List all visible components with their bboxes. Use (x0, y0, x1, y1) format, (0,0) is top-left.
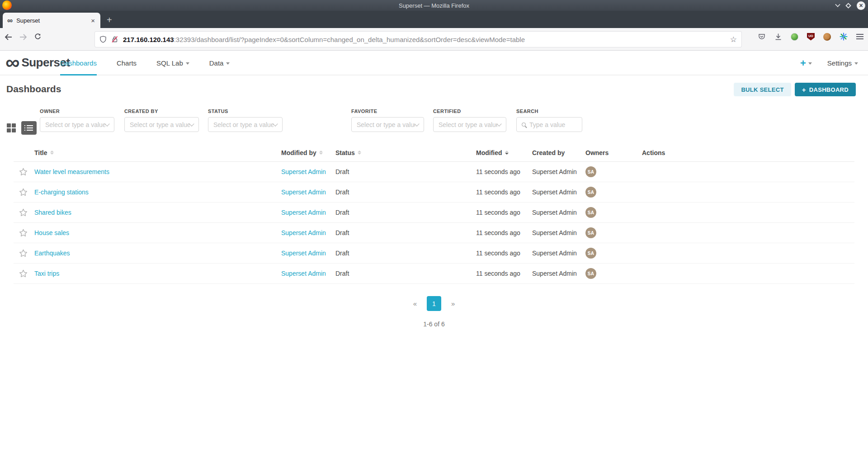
modified-cell: 11 seconds ago (476, 229, 532, 236)
filter-label-owner: OWNER (40, 108, 114, 114)
column-label: Modified (476, 149, 502, 156)
column-header-title[interactable]: Title (34, 149, 281, 156)
nav-item-sql-lab[interactable]: SQL Lab (156, 51, 189, 75)
owner-avatar[interactable]: SA (585, 187, 596, 198)
nav-label: Dashboards (60, 59, 97, 67)
plus-icon: + (802, 86, 806, 94)
asterisk-extension-icon[interactable] (840, 33, 848, 41)
chevron-down-icon (104, 121, 109, 126)
column-header-modified-by[interactable]: Modified by (281, 149, 335, 156)
prev-page-button[interactable]: « (413, 300, 417, 307)
table-row: Taxi trips Superset Admin Draft 11 secon… (14, 264, 854, 284)
column-header-actions: Actions (642, 149, 854, 156)
search-input[interactable] (529, 121, 577, 128)
bulk-select-button[interactable]: BULK SELECT (734, 83, 791, 96)
dashboard-title-link[interactable]: Taxi trips (34, 270, 59, 277)
owner-select[interactable]: Select or type a value (40, 117, 114, 132)
back-icon[interactable] (5, 34, 12, 40)
settings-menu[interactable]: Settings (827, 59, 858, 67)
browser-tab-superset[interactable]: ∞ Superset × (3, 13, 100, 28)
new-dashboard-label: DASHBOARD (809, 86, 849, 93)
nav-item-dashboards[interactable]: Dashboards (60, 51, 97, 75)
owner-avatar[interactable]: SA (585, 207, 596, 218)
owner-avatar[interactable]: SA (585, 227, 596, 238)
created-by-cell: Superset Admin (532, 229, 585, 236)
column-header-created-by: Created by (532, 149, 585, 156)
menu-hamburger-icon[interactable] (856, 34, 863, 39)
modified-by-link[interactable]: Superset Admin (281, 270, 326, 277)
window-minimize-icon[interactable] (835, 2, 840, 7)
select-placeholder: Select or type a value (45, 121, 105, 128)
window-close-icon[interactable]: × (857, 1, 865, 10)
created-by-select[interactable]: Select or type a value (124, 117, 199, 132)
new-item-menu[interactable]: + (800, 58, 812, 68)
reload-icon[interactable] (34, 33, 41, 40)
certified-select[interactable]: Select or type a value (433, 117, 506, 132)
column-header-modified[interactable]: Modified (476, 149, 532, 156)
list-view-icon[interactable] (21, 121, 37, 135)
current-page-button[interactable]: 1 (427, 296, 441, 311)
dashboard-title-link[interactable]: Water level measurements (34, 168, 109, 175)
status-cell: Draft (335, 209, 476, 216)
select-placeholder: Select or type a value (213, 121, 274, 128)
modified-cell: 11 seconds ago (476, 168, 532, 175)
status-select[interactable]: Select or type a value (208, 117, 283, 132)
column-header-status[interactable]: Status (335, 149, 476, 156)
status-cell: Draft (335, 188, 476, 196)
pocket-icon[interactable] (758, 33, 766, 41)
dashboard-title-link[interactable]: E-charging stations (34, 188, 89, 196)
next-page-button[interactable]: » (451, 300, 455, 307)
filter-label-status: STATUS (208, 108, 283, 114)
url-text[interactable]: 217.160.120.143:32393/dashboard/list/?pa… (123, 36, 726, 43)
modified-by-link[interactable]: Superset Admin (281, 229, 326, 236)
modified-by-link[interactable]: Superset Admin (281, 168, 326, 175)
ublock-origin-icon[interactable]: UO (807, 33, 815, 41)
url-path: :32393/dashboard/list/?pageIndex=0&sortC… (174, 36, 525, 43)
table-row: Earthquakes Superset Admin Draft 11 seco… (14, 243, 854, 264)
owner-avatar[interactable]: SA (585, 166, 596, 177)
created-by-cell: Superset Admin (532, 168, 585, 175)
sort-icon (50, 151, 54, 155)
table-row: Water level measurements Superset Admin … (14, 162, 854, 182)
shield-icon[interactable] (99, 36, 107, 43)
nav-item-data[interactable]: Data (209, 51, 230, 75)
modified-by-link[interactable]: Superset Admin (281, 188, 326, 196)
filter-label-certified: CERTIFIED (433, 108, 506, 114)
favorite-star-icon[interactable] (14, 188, 34, 196)
created-by-cell: Superset Admin (532, 270, 585, 277)
nav-item-charts[interactable]: Charts (117, 51, 137, 75)
downloads-icon[interactable] (774, 33, 782, 41)
card-view-icon[interactable] (7, 123, 17, 132)
favorite-star-icon[interactable] (14, 229, 34, 237)
nav-label: SQL Lab (156, 59, 183, 67)
modified-by-link[interactable]: Superset Admin (281, 209, 326, 216)
column-label: Status (335, 149, 355, 156)
window-maximize-icon[interactable] (845, 3, 851, 9)
dashboard-title-link[interactable]: House sales (34, 229, 69, 236)
dashboard-title-link[interactable]: Shared bikes (34, 209, 71, 216)
extension-green-icon[interactable] (791, 33, 798, 41)
window-titlebar: Superset — Mozilla Firefox × (0, 0, 868, 11)
favorite-star-icon[interactable] (14, 249, 34, 257)
sort-desc-icon (505, 151, 509, 155)
select-placeholder: Select or type a value (357, 121, 415, 128)
new-tab-button[interactable]: + (107, 15, 112, 24)
chevron-down-icon (186, 62, 189, 65)
favorite-star-icon[interactable] (14, 208, 34, 217)
favorite-select[interactable]: Select or type a value (351, 117, 424, 132)
url-bar[interactable]: 217.160.120.143:32393/dashboard/list/?pa… (95, 32, 741, 47)
tab-close-icon[interactable]: × (90, 17, 96, 24)
forward-icon[interactable] (19, 34, 27, 40)
owner-avatar[interactable]: SA (585, 248, 596, 259)
column-label: Actions (642, 149, 665, 156)
new-dashboard-button[interactable]: + DASHBOARD (795, 83, 856, 96)
owner-avatar[interactable]: SA (585, 268, 596, 279)
modified-by-link[interactable]: Superset Admin (281, 250, 326, 257)
insecure-lock-icon[interactable] (111, 36, 118, 43)
favorite-star-icon[interactable] (14, 168, 34, 176)
bookmark-star-icon[interactable]: ☆ (730, 35, 737, 44)
favorite-star-icon[interactable] (14, 269, 34, 278)
chevron-down-icon (808, 62, 812, 65)
dashboard-title-link[interactable]: Earthquakes (34, 250, 70, 257)
cookie-extension-icon[interactable] (823, 33, 831, 41)
